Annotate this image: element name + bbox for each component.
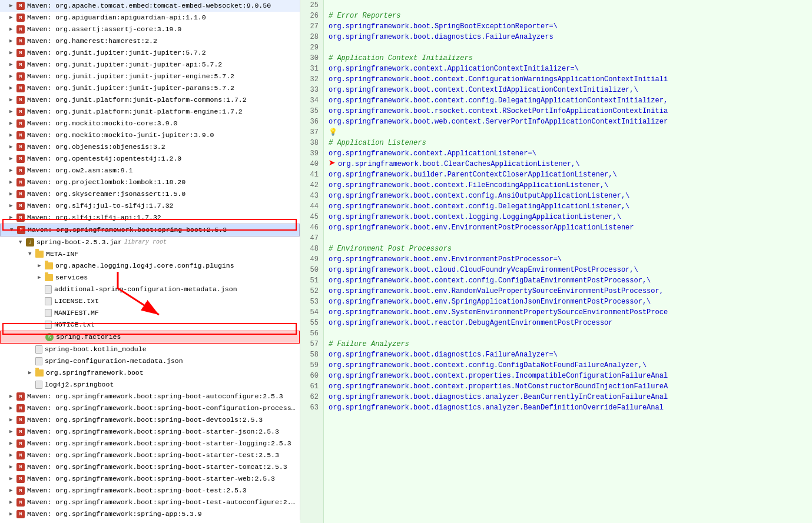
tree-arrow bbox=[9, 1, 15, 11]
tree-item-spring-boot-kotlin-module[interactable]: spring-boot.kotlin_module bbox=[0, 344, 300, 355]
tree-item-maven-spring-boot-test-autoconfigure[interactable]: MMaven: org.springframework.boot:spring-… bbox=[0, 497, 300, 508]
tree-item-MANIFEST[interactable]: MANIFEST.MF bbox=[0, 307, 300, 319]
tree-item-log4j2-springboot[interactable]: log4j2.springboot bbox=[0, 379, 300, 391]
tree-item-additional-spring-configuration-metadata[interactable]: additional-spring-configuration-metadata… bbox=[0, 284, 300, 295]
maven-icon: M bbox=[16, 166, 25, 175]
tree-item-maven-spring-boot-devtools[interactable]: MMaven: org.springframework.boot:spring-… bbox=[0, 414, 300, 426]
tree-item-services[interactable]: services bbox=[0, 272, 300, 284]
tree-item-label: Maven: org.springframework.boot:spring-b… bbox=[27, 438, 291, 449]
tree-item-maven-spring-boot-test[interactable]: MMaven: org.springframework.boot:spring-… bbox=[0, 485, 300, 497]
tree-item-label: org.apache.logging.log4j.core.config.plu… bbox=[55, 261, 234, 271]
code-text: org.springframework.boot.diagnostics.Fai… bbox=[329, 349, 558, 360]
tree-item-label: Maven: org.springframework.boot:spring-b… bbox=[27, 497, 297, 508]
maven-icon: M bbox=[16, 25, 25, 34]
code-line: org.springframework.context.ApplicationC… bbox=[329, 64, 807, 74]
code-line: org.springframework.boot.context.config.… bbox=[329, 95, 807, 106]
code-text: org.springframework.boot.diagnostics.ana… bbox=[329, 392, 668, 402]
tree-item-maven-junit-jupiter-engine[interactable]: MMaven: org.junit.jupiter:junit-jupiter-… bbox=[0, 71, 300, 82]
tree-arrow bbox=[38, 261, 44, 271]
tree-item-label: org.springframework.boot bbox=[46, 368, 144, 378]
code-line: # Environment Post Processors bbox=[329, 244, 807, 254]
file-icon bbox=[35, 357, 42, 365]
tree-item-maven-tomcat-embed-websocket[interactable]: MMaven: org.apache.tomcat.embed:tomcat-e… bbox=[0, 0, 300, 12]
code-line: org.springframework.boot.cloud.CloudFoun… bbox=[329, 265, 807, 275]
tree-item-maven-hamcrest[interactable]: MMaven: org.hamcrest:hamcrest:2.2 bbox=[0, 35, 300, 47]
line-number: 61 bbox=[305, 381, 319, 392]
tree-item-META-INF[interactable]: META-INF bbox=[0, 248, 300, 260]
tree-item-maven-mockito-core[interactable]: MMaven: org.mockito:mockito-core:3.9.0 bbox=[0, 118, 300, 129]
line-number: 63 bbox=[305, 402, 319, 413]
file-icon bbox=[35, 345, 42, 354]
tree-item-org-springframework-boot[interactable]: org.springframework.boot bbox=[0, 367, 300, 379]
line-number: 38 bbox=[305, 138, 319, 148]
tree-item-maven-slf4j-jul-to-slf4j[interactable]: MMaven: org.slf4j:jul-to-slf4j:1.7.32 bbox=[0, 200, 300, 212]
code-text: # Application Context Initializers bbox=[329, 53, 473, 64]
tree-item-spring-configuration-metadata[interactable]: spring-configuration-metadata.json bbox=[0, 355, 300, 367]
tree-item-maven-spring-boot-starter-json[interactable]: MMaven: org.springframework.boot:spring-… bbox=[0, 426, 300, 438]
tree-item-maven-spring-boot-autoconfigure[interactable]: MMaven: org.springframework.boot:spring-… bbox=[0, 391, 300, 402]
tree-item-maven-junit-platform-engine[interactable]: MMaven: org.junit.platform:junit-platfor… bbox=[0, 106, 300, 118]
code-line bbox=[329, 233, 807, 244]
tree-item-NOTICE[interactable]: NOTICE.txt bbox=[0, 319, 300, 331]
maven-icon: M bbox=[16, 72, 25, 81]
tree-item-maven-junit-jupiter[interactable]: MMaven: org.junit.jupiter:junit-jupiter:… bbox=[0, 47, 300, 59]
tree-item-maven-apiguardian-api[interactable]: MMaven: org.apiguardian:apiguardian-api:… bbox=[0, 12, 300, 24]
line-number: 36 bbox=[305, 116, 319, 127]
tree-arrow bbox=[9, 12, 15, 23]
tree-item-maven-spring-boot-starter-test[interactable]: MMaven: org.springframework.boot:spring-… bbox=[0, 449, 300, 461]
code-line: org.springframework.boot.env.RandomValue… bbox=[329, 286, 807, 297]
tree-item-maven-spring-boot[interactable]: MMaven: org.springframework.boot:spring-… bbox=[0, 224, 300, 236]
tree-item-maven-ow2-asm[interactable]: MMaven: org.ow2.asm:asm:9.1 bbox=[0, 165, 300, 176]
tree-item-spring-boot-jar[interactable]: Jspring-boot-2.5.3.jar library root bbox=[0, 236, 300, 248]
tree-item-maven-opentest4j[interactable]: MMaven: org.opentest4j:opentest4j:1.2.0 bbox=[0, 153, 300, 165]
code-text: org.springframework.boot.cloud.CloudFoun… bbox=[329, 265, 638, 275]
maven-icon: M bbox=[16, 416, 25, 424]
maven-icon: M bbox=[16, 510, 25, 518]
tree-item-maven-objenesis[interactable]: MMaven: org.objenesis:objenesis:3.2 bbox=[0, 141, 300, 153]
tree-item-maven-spring-boot-starter-tomcat[interactable]: MMaven: org.springframework.boot:spring-… bbox=[0, 461, 300, 473]
tree-item-label: Maven: org.springframework.boot:spring-b… bbox=[27, 415, 263, 425]
tree-item-maven-jsonassert[interactable]: MMaven: org.skyscreamer:jsonassert:1.5.0 bbox=[0, 188, 300, 200]
tree-item-maven-spring-app[interactable]: MMaven: org.springframework:spring-app:5… bbox=[0, 508, 300, 520]
tree-item-label: spring-configuration-metadata.json bbox=[45, 356, 183, 367]
code-line bbox=[329, 328, 807, 339]
maven-icon: M bbox=[16, 96, 25, 104]
tree-item-maven-spring-boot-starter-logging[interactable]: MMaven: org.springframework.boot:spring-… bbox=[0, 438, 300, 449]
tree-item-maven-slf4j-api[interactable]: MMaven: org.slf4j:slf4j-api:1.7.32 bbox=[0, 212, 300, 224]
tree-item-label: NOTICE.txt bbox=[54, 319, 95, 330]
tree-arrow bbox=[9, 130, 15, 141]
line-number: 34 bbox=[305, 95, 319, 106]
code-text: org.springframework.boot.env.SpringAppli… bbox=[329, 297, 651, 307]
maven-icon: M bbox=[16, 463, 25, 471]
maven-icon: M bbox=[16, 143, 25, 151]
tree-item-maven-assertj-core[interactable]: MMaven: org.assertj:assertj-core:3.19.0 bbox=[0, 24, 300, 35]
code-text: org.springframework.boot.diagnostics.ana… bbox=[329, 402, 664, 413]
tree-item-maven-lombok[interactable]: MMaven: org.projectlombok:lombok:1.18.20 bbox=[0, 176, 300, 188]
tree-item-log4j-plugins[interactable]: org.apache.logging.log4j.core.config.plu… bbox=[0, 260, 300, 272]
tree-item-maven-junit-jupiter-params[interactable]: MMaven: org.junit.jupiter:junit-jupiter-… bbox=[0, 82, 300, 94]
line-number: 32 bbox=[305, 74, 319, 85]
maven-icon: M bbox=[16, 14, 25, 22]
tree-item-maven-junit-platform-commons[interactable]: MMaven: org.junit.platform:junit-platfor… bbox=[0, 94, 300, 106]
tree-arrow bbox=[9, 71, 15, 82]
tree-item-maven-spring-boot-starter-web[interactable]: MMaven: org.springframework.boot:spring-… bbox=[0, 473, 300, 485]
tree-item-maven-spring-boot-configuration-processor[interactable]: MMaven: org.springframework.boot:spring-… bbox=[0, 402, 300, 414]
tree-item-spring-factories[interactable]: Sspring.factories bbox=[0, 331, 300, 344]
tree-arrow bbox=[9, 497, 15, 508]
code-text: org.springframework.boot.context.config.… bbox=[329, 201, 629, 212]
maven-icon: M bbox=[16, 475, 25, 483]
tree-arrow bbox=[9, 427, 15, 437]
code-line: org.springframework.boot.reactor.DebugAg… bbox=[329, 318, 807, 328]
code-text: org.springframework.boot.web.context.Ser… bbox=[329, 116, 668, 127]
code-text: org.springframework.context.ApplicationL… bbox=[329, 148, 536, 159]
tree-item-maven-junit-jupiter-api[interactable]: MMaven: org.junit.jupiter:junit-jupiter-… bbox=[0, 59, 300, 71]
library-root-label: library root bbox=[124, 237, 167, 248]
tree-item-LICENSE[interactable]: LICENSE.txt bbox=[0, 295, 300, 307]
file-tree-panel[interactable]: MMaven: org.apache.tomcat.embed:tomcat-e… bbox=[0, 0, 300, 520]
tree-arrow bbox=[9, 212, 15, 223]
tree-item-label: Maven: org.springframework.boot:spring-b… bbox=[27, 485, 247, 496]
left-panel-wrapper: MMaven: org.apache.tomcat.embed:tomcat-e… bbox=[0, 0, 300, 523]
line-number: 50 bbox=[305, 265, 319, 275]
tree-item-maven-mockito-junit-jupiter[interactable]: MMaven: org.mockito:mockito-junit-jupite… bbox=[0, 129, 300, 141]
code-content[interactable]: # Error Reportersorg.springframework.boo… bbox=[324, 0, 812, 523]
